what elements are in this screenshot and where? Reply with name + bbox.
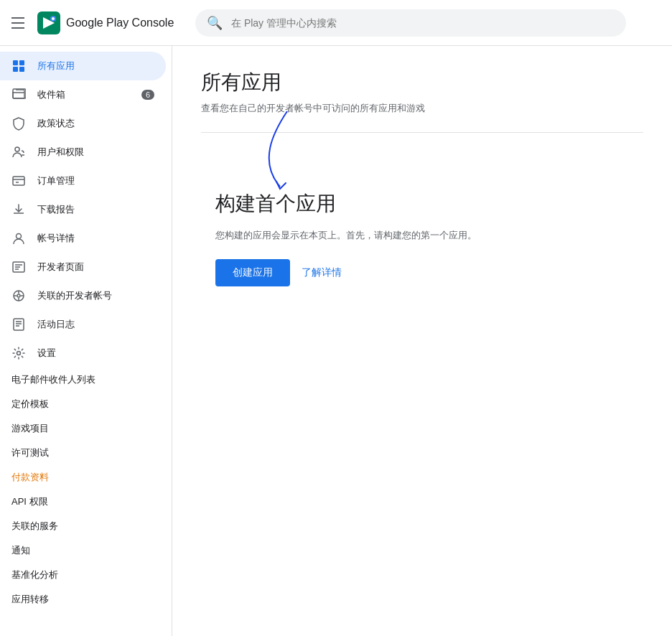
sidebar-item-policy[interactable]: 政策状态 (0, 109, 166, 138)
empty-state-title: 构建首个应用 (215, 190, 336, 218)
sidebar-label-settings: 设置 (37, 347, 56, 360)
sidebar-sub-item-license[interactable]: 许可测试 (0, 441, 172, 465)
sidebar-label-orders: 订单管理 (37, 174, 75, 187)
sidebar-item-users[interactable]: 用户和权限 (0, 138, 166, 167)
empty-state-actions: 创建应用 了解详情 (215, 259, 342, 286)
sidebar-item-all-apps[interactable]: 所有应用 (0, 52, 166, 80)
license-label: 许可测试 (11, 446, 49, 459)
orders-icon (11, 174, 26, 188)
svg-rect-5 (19, 60, 24, 65)
sidebar-sub-item-notifications[interactable]: 通知 (0, 538, 172, 563)
svg-point-13 (17, 234, 22, 239)
sidebar-label-users: 用户和权限 (37, 146, 84, 159)
pricing-label: 定价模板 (11, 398, 49, 411)
sidebar-item-settings[interactable]: 设置 (0, 339, 166, 368)
page-title: 所有应用 (201, 69, 643, 96)
app-transfer-label: 应用转移 (11, 593, 49, 606)
sidebar-label-developer-page: 开发者页面 (37, 261, 84, 273)
sidebar-label-reports: 下载报告 (37, 203, 75, 216)
games-label: 游戏项目 (11, 422, 49, 435)
sidebar-sub-item-benchmarks[interactable]: 基准化分析 (0, 563, 172, 587)
sidebar-item-reports[interactable]: 下载报告 (0, 195, 166, 224)
sidebar-item-orders[interactable]: 订单管理 (0, 167, 166, 195)
logo-text: Google Play Console (66, 17, 174, 29)
sidebar-item-developer-page[interactable]: 开发者页面 (0, 253, 166, 281)
svg-rect-4 (13, 60, 18, 65)
svg-rect-17 (14, 319, 24, 330)
sidebar-label-inbox: 收件箱 (37, 88, 65, 101)
sidebar-label-activity-log: 活动日志 (37, 318, 75, 331)
inbox-icon (11, 88, 26, 102)
sidebar-sub-item-email-list[interactable]: 电子邮件收件人列表 (0, 368, 172, 392)
sidebar-label-policy: 政策状态 (37, 117, 75, 130)
annotation-arrow (244, 104, 330, 197)
sidebar-item-activity-log[interactable]: 活动日志 (0, 310, 166, 339)
sidebar-label-all-apps: 所有应用 (37, 60, 75, 73)
sidebar-label-account: 帐号详情 (37, 232, 75, 245)
notifications-label: 通知 (11, 544, 30, 557)
svg-rect-7 (19, 67, 24, 72)
svg-rect-6 (13, 67, 18, 72)
create-app-button[interactable]: 创建应用 (215, 259, 290, 286)
svg-point-16 (17, 294, 20, 297)
play-console-logo (37, 11, 60, 34)
grid-icon (11, 59, 26, 73)
download-icon (11, 202, 26, 217)
empty-state: 构建首个应用 您构建的应用会显示在本页上。首先，请构建您的第一个应用。 创建应用… (201, 190, 643, 286)
account-icon (11, 231, 26, 245)
settings-icon (11, 346, 26, 360)
page-subtitle: 查看您在自己的开发者帐号中可访问的所有应用和游戏 (201, 102, 643, 115)
developer-page-icon (11, 260, 26, 274)
learn-more-button[interactable]: 了解详情 (302, 266, 342, 279)
inbox-badge: 6 (141, 90, 154, 100)
content-area: 所有应用 查看您在自己的开发者帐号中可访问的所有应用和游戏 构建首个应用 您构建… (172, 46, 672, 636)
shield-icon (11, 116, 26, 131)
sidebar: 所有应用 收件箱 6 政策状态 (0, 46, 172, 636)
sidebar-item-linked-accounts[interactable]: 关联的开发者帐号 (0, 281, 166, 310)
sidebar-sub-item-app-transfer[interactable]: 应用转移 (0, 587, 172, 612)
api-label: API 权限 (11, 495, 48, 508)
activity-log-icon (11, 317, 26, 332)
search-bar[interactable]: 🔍 (195, 9, 626, 37)
payment-label: 付款资料 (11, 471, 49, 484)
linked-services-label: 关联的服务 (11, 520, 58, 533)
header-left: Google Play Console (11, 11, 184, 34)
logo-area: Google Play Console (37, 11, 174, 34)
svg-point-11 (15, 147, 19, 151)
empty-state-description: 您构建的应用会显示在本页上。首先，请构建您的第一个应用。 (215, 229, 477, 242)
search-icon: 🔍 (207, 15, 223, 31)
sidebar-item-account[interactable]: 帐号详情 (0, 224, 166, 253)
sidebar-sub-item-pricing[interactable]: 定价模板 (0, 392, 172, 416)
svg-rect-12 (13, 177, 24, 185)
main-layout: 所有应用 收件箱 6 政策状态 (0, 46, 672, 636)
sidebar-sub-item-linked-services[interactable]: 关联的服务 (0, 514, 172, 538)
content-divider (201, 132, 643, 133)
sidebar-sub-item-payment[interactable]: 付款资料 (0, 465, 172, 490)
header: Google Play Console 🔍 (0, 0, 672, 46)
email-list-label: 电子邮件收件人列表 (11, 373, 95, 386)
search-input[interactable] (231, 17, 615, 29)
benchmarks-label: 基准化分析 (11, 569, 58, 581)
menu-icon[interactable] (11, 14, 29, 32)
linked-accounts-icon (11, 289, 26, 303)
sidebar-item-inbox[interactable]: 收件箱 6 (0, 80, 166, 109)
users-icon (11, 145, 26, 159)
sidebar-sub-item-api[interactable]: API 权限 (0, 490, 172, 514)
sidebar-label-linked-accounts: 关联的开发者帐号 (37, 289, 112, 302)
svg-point-3 (52, 17, 55, 20)
svg-point-18 (17, 352, 21, 355)
sidebar-sub-item-games[interactable]: 游戏项目 (0, 416, 172, 441)
